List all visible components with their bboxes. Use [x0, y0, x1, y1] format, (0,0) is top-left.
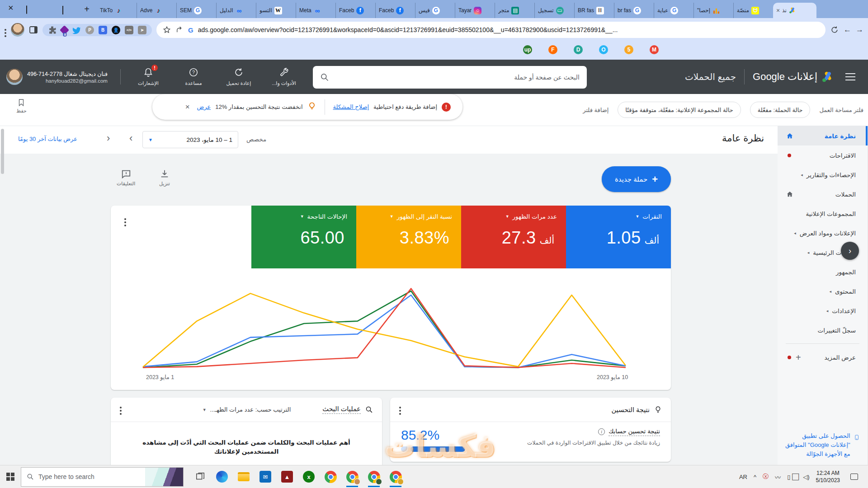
show-last-30-days-link[interactable]: عرض بيانات آخر 30 يومًا [18, 136, 77, 142]
share-arrow-icon[interactable] [175, 26, 184, 34]
workspace-filter-label[interactable]: فلتر مساحة العمل [819, 107, 863, 113]
date-dropdown-icon[interactable]: ▼ [148, 137, 153, 142]
coin-extension-icon[interactable]: P [85, 26, 94, 34]
save-block[interactable]: حفظ [16, 99, 27, 114]
browser-profile-avatar[interactable] [11, 23, 24, 37]
reload-icon[interactable] [830, 25, 839, 34]
sidebar-item[interactable]: الإعلانات ومواد العرض◂ [778, 223, 868, 243]
browser-tab[interactable]: BR fasII [574, 3, 614, 18]
window-menu-chevron-icon[interactable] [62, 6, 63, 14]
chrome-profile-2-icon[interactable] [367, 470, 381, 483]
alert-close-icon[interactable]: × [185, 103, 190, 112]
phone-link-icon[interactable]: ▯ [787, 474, 790, 480]
performance-line-chart[interactable] [138, 282, 631, 372]
metric-card[interactable]: النقرات▼ألف1.05 [566, 206, 671, 268]
bookmark-favicon[interactable]: M [650, 45, 659, 54]
feedback-action[interactable]: التعليقات [117, 169, 135, 187]
chrome-profile-1-icon[interactable] [345, 470, 359, 483]
browser-tab[interactable]: "إحصا [693, 3, 733, 18]
browser-tab[interactable]: SEMG [176, 3, 216, 18]
download-icon[interactable] [160, 169, 170, 179]
bookmark-save-icon[interactable] [17, 99, 25, 107]
ink-icon[interactable]: 〰 [775, 473, 781, 481]
page-scrollbar[interactable] [1, 129, 4, 174]
prev-range-chevron[interactable]: ‹ [107, 132, 110, 144]
opt-panel-kebab-icon[interactable] [399, 407, 401, 408]
task-view-icon[interactable] [193, 470, 207, 483]
sidebar-item[interactable]: الاقتراحات [778, 145, 868, 165]
clock[interactable]: 12:24 AM 5/10/2023 [816, 469, 840, 484]
sidebar-item[interactable]: الإعدادات◂ [778, 301, 868, 320]
sync-error-icon[interactable]: ⓧ [763, 473, 769, 481]
twitter-icon[interactable] [72, 26, 81, 34]
window-close-icon[interactable] [8, 6, 14, 12]
campaign-status-chip[interactable]: حالة الحملة: مفعّلة [750, 102, 811, 118]
xbox-icon[interactable]: x [302, 470, 316, 483]
promo-text[interactable]: الحصول على تطبيق "إعلانات Google" المتوا… [784, 432, 850, 459]
browser-tab[interactable]: br fasG [614, 3, 654, 18]
red-app-icon[interactable]: ▲ [280, 470, 294, 483]
back-icon[interactable]: ← [844, 25, 851, 34]
account-block[interactable]: 496-714-2778 فنان ديجيتال شغال hanyfouad… [6, 69, 129, 85]
ads-search-box[interactable]: البحث عن صفحة أو حملة [313, 66, 587, 89]
browser-tab[interactable]: متجر▤ [495, 3, 534, 18]
new-campaign-button[interactable]: + حملة جديدة [602, 166, 671, 192]
person-extension-icon[interactable]: 👤 [112, 26, 120, 34]
sidebar-item[interactable]: عرض المزيد+ [778, 347, 868, 367]
browser-tab[interactable]: فيسG [415, 3, 455, 18]
browser-tab[interactable]: Adve♪ [137, 3, 176, 18]
sidebar-item[interactable]: المحتوى◂ [778, 282, 868, 301]
sidebar-item[interactable]: المجموعات الإعلانية [778, 204, 868, 223]
bookmark-favicon[interactable]: up [523, 45, 532, 54]
adgroup-status-chip[interactable]: حالة المجموعة الإعلانية: مفعّلة، متوقفة … [618, 102, 741, 118]
metric-card[interactable]: نسبة النقر إلى الظهور▼3.83% [356, 206, 461, 268]
date-range-picker[interactable]: 1 – 10 مايو، 2023 ▼ [142, 131, 238, 148]
side-panel-icon[interactable] [29, 25, 38, 34]
metric-dropdown-icon[interactable]: ▼ [505, 214, 509, 219]
metric-card[interactable]: عدد مرات الظهور▼ألف27.3 [461, 206, 566, 268]
bookmark-favicon[interactable]: O [599, 45, 608, 54]
panel-kebab-icon[interactable] [124, 218, 126, 220]
bookmark-favicon[interactable]: 5 [624, 45, 633, 54]
optimization-title[interactable]: نتيجة التحسين [612, 406, 650, 413]
metric-dropdown-icon[interactable]: ▼ [300, 214, 304, 219]
metric-dropdown-icon[interactable]: ▼ [390, 214, 394, 219]
chrome-icon[interactable] [324, 470, 337, 483]
start-button[interactable] [0, 465, 21, 488]
extensions-puzzle-icon[interactable] [48, 26, 57, 34]
browser-tab[interactable]: Facebf [375, 3, 415, 18]
bookmark-star-icon[interactable] [163, 26, 171, 34]
collapse-sidebar-button[interactable]: ‹ [841, 242, 859, 260]
next-range-chevron[interactable]: › [129, 132, 132, 144]
header-nav-bell[interactable]: !الإشعارات [132, 67, 165, 86]
tag-extension-icon[interactable]: B [99, 26, 107, 34]
info-icon[interactable]: i [598, 428, 605, 435]
alert-action-link[interactable]: عرض [197, 103, 211, 110]
tab-close-icon[interactable]: × [776, 7, 780, 14]
account-avatar[interactable] [6, 69, 23, 85]
mobile-app-promo[interactable]: الحصول على تطبيق "إعلانات Google" المتوا… [778, 432, 868, 459]
volume-icon[interactable]: ◁) [803, 474, 809, 480]
bookmark-favicon[interactable]: F [548, 45, 557, 54]
download-action[interactable]: تنزيل [159, 169, 170, 187]
new-tab-button[interactable]: + [80, 3, 93, 15]
browser-tab[interactable]: تسجيل▭ [534, 3, 574, 18]
url-bar[interactable]: G ads.google.com/aw/overview?ocid=121372… [156, 22, 826, 38]
header-nav-reload[interactable]: إعادة تحميل [222, 67, 255, 86]
active-browser-tab[interactable]: ×نذ [773, 3, 816, 18]
window-restore-icon[interactable] [26, 5, 27, 14]
search-terms-title[interactable]: عمليات البحث [322, 405, 361, 414]
optimization-subtitle[interactable]: نتيجة تحسين حسابك [609, 427, 660, 436]
metric-dropdown-icon[interactable]: ▼ [635, 214, 639, 219]
comment-icon[interactable] [121, 169, 131, 179]
sidebar-item[interactable]: الحملات [778, 184, 868, 204]
header-nav-wrench[interactable]: الأدوات وا... [267, 67, 301, 86]
sort-dropdown[interactable]: الترتيب حسب: عدد مرات الظهـ... ▼ [203, 406, 291, 413]
add-filter-button[interactable]: إضافة فلتر [583, 107, 609, 113]
browser-tab[interactable]: الدليل∞ [216, 3, 256, 18]
taskbar-search-box[interactable]: Type here to search [21, 467, 184, 487]
browser-tab[interactable]: TikTo♪ [97, 3, 137, 18]
sidebar-item[interactable]: نظرة عامة [778, 126, 868, 145]
browser-tab[interactable]: Tayar○ [455, 3, 495, 18]
section-title[interactable]: جميع الحملات [685, 71, 736, 82]
